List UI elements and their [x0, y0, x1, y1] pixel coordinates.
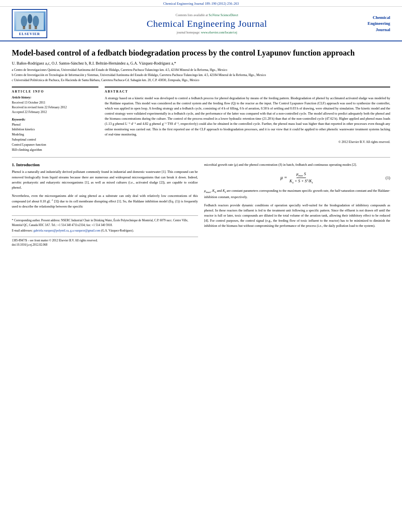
svg-point-2: [28, 14, 32, 24]
email-link-1[interactable]: gabriela.vazquez@polymtl.ca: [33, 229, 69, 232]
article-info-abstract-row: ARTICLE INFO Article history: Received 1…: [12, 87, 390, 153]
body-content: 1. Introduction Phenol is a naturally an…: [12, 162, 390, 247]
equation-number: (1): [385, 176, 390, 180]
article-info-panel: ARTICLE INFO Article history: Received 1…: [12, 87, 98, 153]
email-footnote: E-mail addresses: gabriela.vazquez@polym…: [12, 228, 198, 233]
page: Chemical Engineering Journal 189–190 (20…: [0, 0, 402, 532]
intro-para-4: μmax, KS and KI are constant parameters …: [204, 188, 391, 200]
elsevier-logo-box: ELSEVIER: [12, 9, 47, 38]
elsevier-logo-image: [14, 11, 46, 31]
elsevier-label: ELSEVIER: [14, 32, 45, 36]
sciverse-line: Contents lists available at SciVerse Sci…: [55, 13, 359, 17]
intro-para-3: microbial growth rate (μ) and the phenol…: [204, 162, 391, 167]
email-link-2[interactable]: g.a.vazquezr@gmail.com: [70, 229, 100, 232]
abstract-heading: ABSTRACT: [105, 90, 390, 93]
journal-homepage: journal homepage: www.elsevier.com/locat…: [55, 31, 359, 34]
svg-rect-5: [29, 24, 31, 29]
history-label: Article history:: [12, 96, 98, 99]
affiliation-b: b Centro de Investigación en Tecnologías…: [12, 73, 390, 77]
journal-reference: Chemical Engineering Journal 189–190 (20…: [163, 2, 239, 6]
article-info-heading: ARTICLE INFO: [12, 90, 98, 93]
authors-line: U. Baños-Rodríguez a,c, O.J. Santos-Sánc…: [12, 61, 390, 65]
doi-line: doi:10.1016/j.cej.2012.02.068: [12, 243, 198, 247]
svg-rect-4: [23, 26, 25, 29]
reduced-word: reduced: [380, 213, 390, 217]
journal-reference-bar: Chemical Engineering Journal 189–190 (20…: [0, 0, 402, 7]
elsevier-logo-area: ELSEVIER: [12, 9, 47, 38]
equation-1: μ = μmax S KS + S + S2/KI: [280, 172, 314, 184]
bottom-bar: 1385-8947/$ – see front matter © 2012 El…: [12, 237, 198, 242]
affiliation-c: c Universidad Politécnica de Pachuca, Ex…: [12, 78, 390, 82]
equation-fraction: μmax S KS + S + S2/KI: [289, 172, 313, 184]
svg-point-3: [33, 16, 39, 27]
homepage-link[interactable]: www.elsevier.com/locate/cej: [201, 31, 237, 34]
article-title: Model-based control of a fedbatch biodeg…: [12, 48, 390, 58]
header-center: Contents lists available at SciVerse Sci…: [55, 13, 359, 34]
svg-point-1: [21, 16, 27, 27]
keywords-label: Keywords:: [12, 118, 98, 121]
abstract-panel: ABSTRACT A strategy based on a kinetic m…: [105, 87, 390, 153]
body-left-col: 1. Introduction Phenol is a naturally an…: [12, 162, 198, 247]
affiliations: a Centro de Investigaciones Químicas, Un…: [12, 68, 390, 83]
svg-rect-6: [35, 26, 37, 29]
affiliation-a: a Centro de Investigaciones Químicas, Un…: [12, 68, 390, 72]
main-header: ELSEVIER Contents lists available at Sci…: [0, 7, 402, 41]
section1-title: 1. Introduction: [12, 162, 198, 167]
history-dates: Received 13 October 2011 Received in rev…: [12, 100, 98, 115]
intro-para-5: Fedbatch reactors provide dynamic condit…: [204, 203, 391, 229]
content-area: Model-based control of a fedbatch biodeg…: [0, 41, 402, 253]
sciverse-link[interactable]: SciVerse ScienceDirect: [209, 13, 238, 17]
journal-title: Chemical Engineering Journal: [55, 19, 359, 29]
body-right-col: microbial growth rate (μ) and the phenol…: [204, 162, 391, 247]
equation-1-box: μ = μmax S KS + S + S2/KI (1): [204, 172, 391, 184]
section-separator: [12, 157, 390, 158]
footnote-section: * Corresponding author. Present address:…: [12, 215, 198, 233]
header-right-abbr: Chemical Engineering Journal: [359, 15, 390, 33]
intro-para-2: Nevertheless, even the microorganisms ab…: [12, 193, 198, 209]
corresponding-author-note: * Corresponding author. Present address:…: [12, 218, 198, 227]
keywords-list: Phenol Inhibition kinetics Modeling Subo…: [12, 122, 98, 153]
intro-para-1: Phenol is a naturally and industrially d…: [12, 169, 198, 190]
copyright-line: © 2012 Elsevier B.V. All rights reserved…: [105, 140, 390, 144]
abstract-text: A strategy based on a kinetic model was …: [105, 96, 390, 137]
